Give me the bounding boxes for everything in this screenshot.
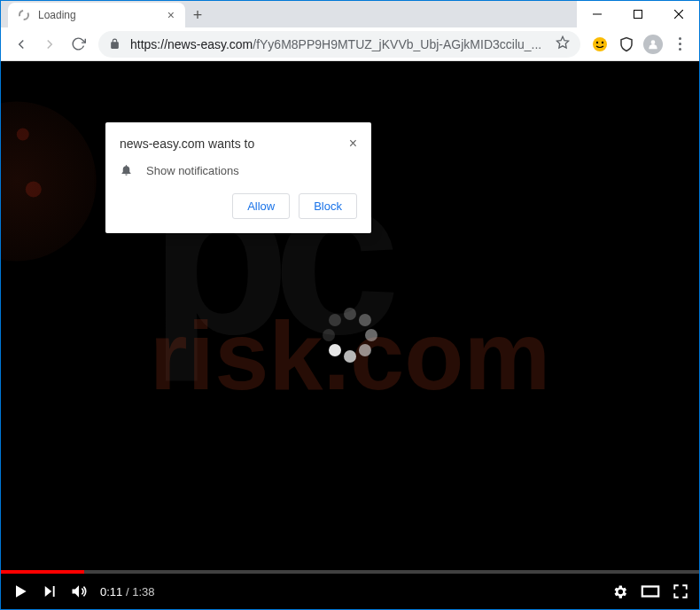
play-button[interactable]	[12, 583, 29, 600]
svg-marker-13	[73, 585, 80, 597]
titlebar: Loading × +	[1, 1, 699, 27]
url-text: https://news-easy.com/fYy6M8PP9H9MTUZ_jK…	[130, 37, 548, 51]
theater-mode-button[interactable]	[641, 583, 660, 599]
svg-rect-2	[634, 11, 642, 19]
next-button[interactable]	[42, 583, 58, 599]
back-button[interactable]	[8, 31, 35, 58]
volume-button[interactable]	[70, 583, 88, 600]
window-maximize-button[interactable]	[618, 1, 658, 27]
settings-button[interactable]	[611, 583, 628, 600]
svg-marker-11	[45, 586, 52, 597]
bell-icon	[120, 163, 134, 177]
forward-button[interactable]	[36, 31, 63, 58]
svg-rect-14	[642, 587, 658, 597]
extension-icon-1[interactable]	[587, 32, 612, 57]
svg-point-9	[651, 40, 656, 44]
svg-point-8	[602, 41, 603, 43]
new-tab-button[interactable]: +	[185, 3, 210, 27]
permission-allow-button[interactable]: Allow	[232, 193, 290, 219]
svg-marker-5	[556, 36, 568, 48]
svg-rect-12	[53, 586, 55, 597]
loading-spinner-icon	[319, 304, 381, 366]
window-minimize-button[interactable]	[577, 1, 618, 27]
profile-avatar[interactable]	[641, 32, 665, 57]
permission-prompt: news-easy.com wants to × Show notificati…	[105, 122, 371, 233]
browser-menu-button[interactable]	[667, 32, 692, 57]
video-time: 0:11 / 1:38	[100, 585, 154, 598]
tab-title: Loading	[38, 9, 76, 21]
bookmark-star-icon[interactable]	[556, 35, 570, 52]
svg-point-7	[596, 41, 598, 43]
window-close-button[interactable]	[658, 1, 699, 27]
svg-point-0	[19, 11, 28, 20]
permission-label: Show notifications	[146, 164, 239, 177]
svg-marker-10	[16, 585, 27, 597]
tab-favicon-loading-icon	[17, 8, 31, 22]
address-bar[interactable]: https://news-easy.com/fYy6M8PP9H9MTUZ_jK…	[98, 31, 580, 58]
page-content: pc risk.com 0:11 / 1:38 news-easy.com wa…	[1, 61, 699, 609]
permission-block-button[interactable]: Block	[299, 193, 357, 219]
toolbar: https://news-easy.com/fYy6M8PP9H9MTUZ_jK…	[1, 27, 699, 61]
permission-origin: news-easy.com wants to	[120, 137, 254, 151]
window-controls	[577, 1, 699, 27]
extension-icon-2[interactable]	[614, 32, 639, 57]
browser-window: Loading × + https://news-easy.com/fYy6M8…	[0, 0, 700, 610]
video-controls: 0:11 / 1:38	[1, 574, 699, 609]
fullscreen-button[interactable]	[673, 583, 688, 599]
reload-button[interactable]	[65, 31, 91, 58]
permission-close-button[interactable]: ×	[349, 137, 357, 151]
lock-icon	[109, 38, 121, 51]
svg-point-6	[593, 37, 607, 51]
tab-strip: Loading × +	[1, 1, 577, 27]
tab-close-button[interactable]: ×	[166, 8, 176, 22]
browser-tab[interactable]: Loading ×	[8, 3, 185, 27]
